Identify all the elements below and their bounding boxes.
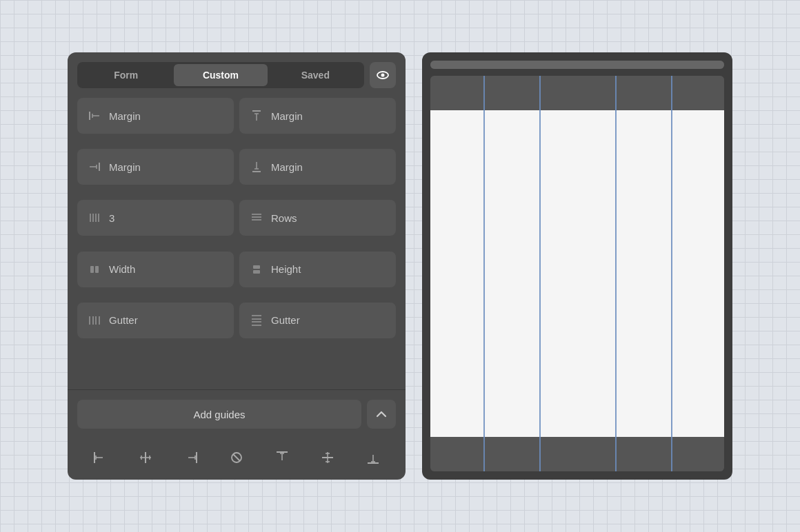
guide-line-2 — [539, 76, 541, 471]
svg-rect-24 — [253, 270, 260, 274]
tab-group: Form Custom Saved — [77, 62, 364, 88]
align-top-button[interactable] — [270, 445, 294, 470]
height-label: Height — [271, 263, 301, 275]
eye-icon — [376, 68, 390, 82]
canvas-bottom-bar — [430, 437, 724, 471]
no-align-button[interactable] — [224, 445, 249, 470]
align-right-icon — [183, 450, 199, 465]
field-width[interactable]: Width — [77, 252, 234, 287]
columns-icon — [87, 210, 102, 225]
right-margin-icon — [87, 159, 102, 174]
svg-rect-23 — [253, 265, 260, 269]
canvas-top-bar — [430, 76, 724, 110]
height-icon — [249, 262, 264, 277]
align-middle-v-button[interactable] — [315, 445, 340, 470]
field-left-margin[interactable]: Margin — [77, 98, 234, 134]
gutter-h-icon — [87, 313, 102, 328]
add-guides-button[interactable]: Add guides — [77, 400, 361, 429]
guide-line-4 — [671, 76, 672, 471]
field-height[interactable]: Height — [239, 252, 396, 287]
svg-rect-22 — [95, 266, 99, 273]
scrollbar-thumb — [430, 61, 724, 69]
canvas-content — [430, 110, 724, 437]
align-left-button[interactable] — [88, 445, 112, 470]
align-top-icon — [274, 450, 290, 465]
field-top-margin[interactable]: Margin — [239, 98, 396, 134]
tab-custom[interactable]: Custom — [174, 64, 267, 86]
svg-point-1 — [381, 74, 385, 77]
align-left-icon — [92, 450, 108, 465]
right-margin-label: Margin — [109, 161, 141, 173]
gutter-v-icon — [249, 313, 264, 328]
left-margin-label: Margin — [109, 110, 141, 122]
field-bottom-margin[interactable]: Margin — [239, 149, 396, 185]
align-center-h-icon — [138, 450, 153, 465]
left-margin-icon — [87, 108, 102, 123]
collapse-icon — [375, 408, 388, 420]
align-middle-v-icon — [320, 450, 335, 465]
collapse-button[interactable] — [367, 400, 396, 429]
tab-form[interactable]: Form — [79, 64, 172, 86]
gutter-h-label: Gutter — [109, 314, 138, 326]
width-label: Width — [109, 263, 135, 275]
field-rows[interactable]: Rows — [239, 200, 396, 236]
svg-line-44 — [233, 454, 240, 461]
preview-scrollbar[interactable] — [430, 61, 724, 69]
width-icon — [87, 262, 102, 277]
field-gutter-v[interactable]: Gutter — [239, 303, 396, 338]
field-right-margin[interactable]: Margin — [77, 149, 234, 185]
tab-bar: Form Custom Saved — [68, 52, 406, 88]
bottom-bar: Add guides — [68, 389, 406, 438]
toolbar-bar — [68, 438, 406, 480]
guide-line-3 — [615, 76, 617, 471]
no-align-icon — [229, 450, 244, 465]
bottom-margin-label: Margin — [271, 161, 303, 173]
guide-line-1 — [483, 76, 485, 471]
align-bottom-button[interactable] — [361, 445, 386, 470]
tab-saved[interactable]: Saved — [269, 64, 362, 86]
top-margin-icon — [249, 108, 264, 123]
bottom-margin-icon — [249, 159, 264, 174]
field-gutter-h[interactable]: Gutter — [77, 303, 234, 338]
eye-button[interactable] — [370, 62, 396, 88]
align-right-button[interactable] — [179, 445, 203, 470]
align-center-h-button[interactable] — [133, 445, 158, 470]
preview-canvas — [430, 76, 724, 471]
rows-label: Rows — [271, 212, 297, 224]
fields-area: Margin Margin Margin — [68, 88, 406, 348]
field-columns[interactable]: 3 — [77, 200, 234, 236]
gutter-v-label: Gutter — [271, 314, 300, 326]
right-panel — [422, 52, 732, 480]
rows-icon — [249, 210, 264, 225]
columns-label: 3 — [109, 212, 114, 224]
svg-rect-21 — [90, 266, 94, 273]
align-bottom-icon — [366, 450, 381, 465]
left-panel: Form Custom Saved Margin — [68, 52, 406, 480]
top-margin-label: Margin — [271, 110, 303, 122]
